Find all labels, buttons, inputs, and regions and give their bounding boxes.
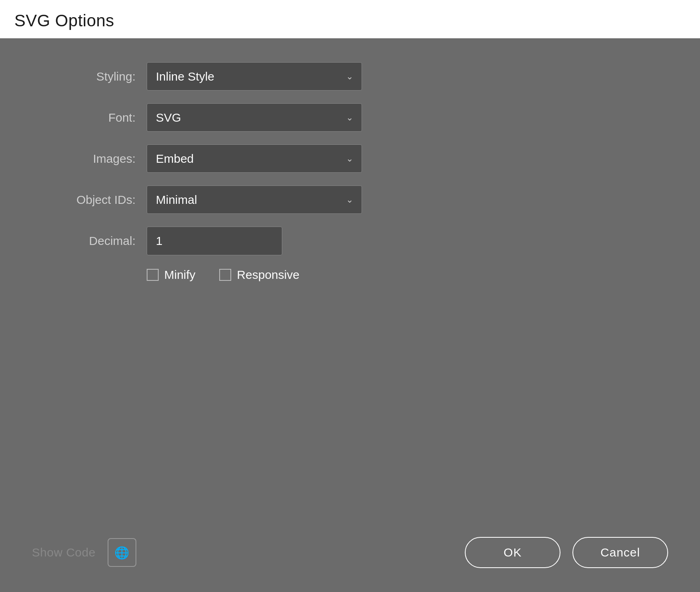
bottom-bar: Show Code 🌐 OK Cancel (32, 529, 668, 568)
images-select-wrapper: Embed Link Preserve ⌄ (147, 144, 362, 173)
styling-label: Styling: (32, 70, 136, 83)
ok-button[interactable]: OK (465, 537, 560, 568)
dialog-title: SVG Options (14, 11, 686, 30)
cancel-button[interactable]: Cancel (572, 537, 668, 568)
object-ids-select-wrapper: Minimal None All Unique ⌄ (147, 185, 362, 214)
decimal-label: Decimal: (32, 234, 136, 248)
globe-button[interactable]: 🌐 (108, 538, 136, 567)
decimal-input[interactable] (147, 227, 282, 255)
checkboxes-row: Minify Responsive (147, 268, 668, 282)
responsive-label: Responsive (237, 268, 299, 282)
font-row: Font: SVG Convert to Outlines Convert to… (32, 103, 668, 132)
images-select[interactable]: Embed Link Preserve (147, 144, 362, 173)
images-row: Images: Embed Link Preserve ⌄ (32, 144, 668, 173)
font-select-wrapper: SVG Convert to Outlines Convert to Paths… (147, 103, 362, 132)
object-ids-row: Object IDs: Minimal None All Unique ⌄ (32, 185, 668, 214)
form-area: Styling: Inline Style Internal CSS Exter… (32, 62, 668, 529)
dialog-body: Styling: Inline Style Internal CSS Exter… (0, 38, 700, 592)
font-label: Font: (32, 111, 136, 124)
minify-label: Minify (164, 268, 195, 282)
styling-select-wrapper: Inline Style Internal CSS External CSS P… (147, 62, 362, 91)
minify-checkbox[interactable] (147, 269, 159, 281)
images-label: Images: (32, 152, 136, 166)
responsive-checkbox[interactable] (219, 269, 231, 281)
styling-select[interactable]: Inline Style Internal CSS External CSS P… (147, 62, 362, 91)
decimal-row: Decimal: (32, 227, 668, 255)
object-ids-select[interactable]: Minimal None All Unique (147, 185, 362, 214)
font-select[interactable]: SVG Convert to Outlines Convert to Paths (147, 103, 362, 132)
responsive-checkbox-item[interactable]: Responsive (219, 268, 299, 282)
globe-icon: 🌐 (114, 546, 129, 560)
object-ids-label: Object IDs: (32, 193, 136, 207)
title-bar: SVG Options (0, 0, 700, 38)
styling-row: Styling: Inline Style Internal CSS Exter… (32, 62, 668, 91)
show-code-button[interactable]: Show Code (32, 546, 96, 559)
minify-checkbox-item[interactable]: Minify (147, 268, 195, 282)
